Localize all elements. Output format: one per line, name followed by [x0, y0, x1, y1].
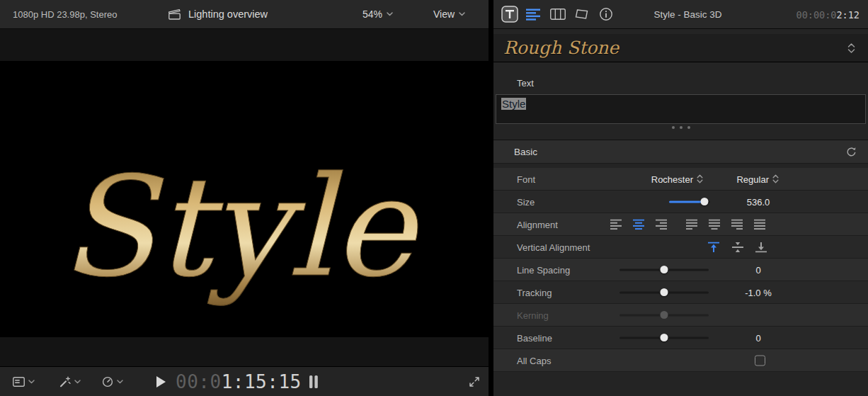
alignment-row: Alignment [493, 213, 868, 236]
expand-button[interactable] [469, 367, 480, 396]
format-tab-icon [526, 9, 542, 21]
tracking-value[interactable]: -1.0 % [733, 287, 784, 298]
valign-middle-icon [732, 242, 743, 252]
font-family-popup[interactable]: Rochester [651, 174, 703, 184]
line-spacing-slider[interactable] [619, 268, 709, 271]
align-left-button[interactable] [610, 219, 622, 230]
tools-button[interactable] [59, 367, 81, 396]
chevron-down-icon [74, 380, 81, 384]
line-spacing-row: Line Spacing 0 [493, 259, 868, 281]
play-icon [156, 376, 166, 387]
baseline-value[interactable]: 0 [733, 332, 784, 343]
retime-icon [102, 376, 113, 387]
slider-knob [661, 311, 668, 319]
slider-fill [669, 200, 704, 203]
justify-last-right-icon [731, 219, 743, 230]
wand-icon [59, 376, 71, 387]
line-spacing-label: Line Spacing [517, 264, 570, 275]
timecode-display[interactable]: 00:01:15:15 [176, 367, 302, 396]
expand-icon [469, 376, 480, 387]
audio-meters-icon [309, 375, 319, 389]
canvas-title-text: Style [60, 147, 421, 307]
resize-handle[interactable] [493, 126, 868, 129]
viewer-pane: 1080p HD 23.98p, Stereo Lighting overvie… [0, 0, 489, 396]
alignment-label: Alignment [517, 219, 558, 230]
distort-tab-icon [575, 9, 589, 20]
slider-knob[interactable] [701, 198, 709, 205]
align-center-icon [633, 219, 645, 230]
preset-selector[interactable]: Rough Stone [493, 34, 868, 62]
inspector-pane: Style - Basic 3D 00:00:02:12 Rough Stone… [493, 0, 868, 396]
audio-meters-button[interactable] [309, 367, 319, 396]
valign-top-button[interactable] [708, 242, 720, 252]
slider-knob[interactable] [661, 266, 668, 273]
tracking-label: Tracking [517, 287, 552, 298]
retime-button[interactable] [102, 367, 123, 396]
slider-knob[interactable] [661, 334, 668, 341]
app-window: 1080p HD 23.98p, Stereo Lighting overvie… [0, 0, 868, 396]
play-button[interactable] [156, 367, 166, 396]
clip-timecode: 00:00:02:12 [796, 9, 860, 21]
view-label: View [433, 9, 455, 20]
pane-divider[interactable] [489, 0, 493, 396]
popup-chevrons-icon [847, 43, 855, 54]
text-input[interactable]: Style [496, 94, 866, 124]
basic-section-header: Basic [493, 140, 868, 164]
valign-top-icon [708, 242, 719, 252]
justify-last-left-button[interactable] [686, 219, 698, 230]
viewer-toolbar: 1080p HD 23.98p, Stereo Lighting overvie… [0, 0, 489, 29]
text-tab-icon [501, 6, 518, 23]
align-center-button[interactable] [633, 219, 645, 230]
project-title: Lighting overview [169, 0, 268, 28]
zoom-dropdown[interactable]: 54% [362, 0, 393, 28]
size-value[interactable]: 536.0 [733, 196, 784, 207]
tab-text-inspector[interactable] [501, 5, 519, 23]
chevron-down-icon [28, 380, 35, 384]
video-tab-icon [550, 9, 566, 20]
valign-middle-button[interactable] [732, 242, 744, 252]
slider-knob[interactable] [661, 288, 668, 296]
all-caps-label: All Caps [517, 355, 551, 366]
all-caps-row: All Caps [493, 349, 868, 372]
font-label: Font [517, 174, 535, 184]
text-section-label: Text [517, 78, 534, 89]
canvas: Style [0, 61, 489, 337]
chevron-down-icon [117, 380, 123, 384]
clapperboard-icon [169, 9, 181, 20]
timecode-bright: 1:15:15 [222, 371, 302, 392]
justify-last-left-icon [686, 219, 698, 230]
tab-distort-mask[interactable] [573, 5, 591, 23]
font-style-popup[interactable]: Regular [736, 174, 779, 184]
tab-video-inspector[interactable] [549, 5, 567, 23]
zoom-value: 54% [362, 9, 382, 20]
preset-name: Rough Stone [503, 38, 619, 58]
tracking-slider[interactable] [619, 291, 709, 293]
valign-bottom-button[interactable] [755, 242, 767, 252]
vertical-alignment-row: Vertical Alignment [493, 236, 868, 259]
reset-button[interactable] [846, 147, 857, 157]
timeline-toolbar: 00:01:15:15 [0, 366, 489, 396]
viewer-canvas-area: Style [0, 30, 489, 366]
line-spacing-value[interactable]: 0 [733, 264, 784, 275]
format-info: 1080p HD 23.98p, Stereo [13, 9, 117, 20]
size-slider[interactable] [669, 200, 710, 203]
view-dropdown[interactable]: View [433, 0, 465, 28]
baseline-slider[interactable] [619, 336, 709, 339]
align-right-button[interactable] [656, 219, 668, 230]
justify-all-button[interactable] [754, 219, 766, 230]
index-button[interactable] [13, 367, 35, 396]
all-caps-checkbox[interactable] [755, 355, 765, 366]
reset-icon [846, 147, 857, 157]
chevron-down-icon [459, 12, 465, 16]
justify-last-center-button[interactable] [709, 219, 721, 230]
align-right-icon [656, 219, 668, 230]
tab-text-format[interactable] [525, 5, 543, 23]
kerning-label: Kerning [517, 310, 549, 320]
timecode-dim: 00:0 [176, 371, 222, 392]
justify-last-center-icon [709, 219, 721, 230]
inspector-toolbar: Style - Basic 3D 00:00:02:12 [493, 0, 868, 29]
popup-chevrons-icon [772, 174, 779, 184]
canvas-3d-title: Style [0, 61, 489, 337]
selected-text: Style [501, 98, 526, 110]
justify-last-right-button[interactable] [731, 219, 743, 230]
